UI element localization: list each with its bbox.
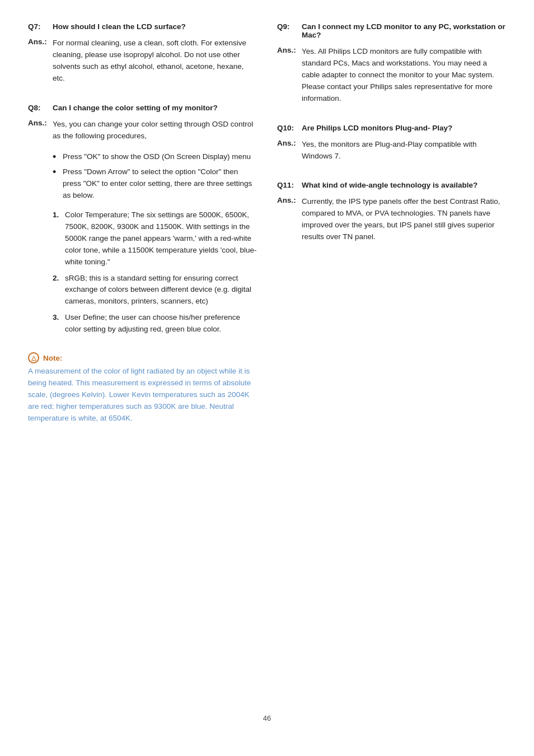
question-8: Q8: Can I change the color setting of my… bbox=[28, 104, 257, 112]
ans8-label: Ans.: bbox=[28, 119, 53, 127]
q8-text: Can I change the color setting of my mon… bbox=[53, 104, 218, 112]
q7-label: Q7: bbox=[28, 22, 49, 31]
note-header-text: Note: bbox=[43, 354, 63, 362]
num-label-1: 1. bbox=[53, 209, 65, 221]
ans7-text: For normal cleaning, use a clean, soft c… bbox=[53, 38, 257, 85]
answer-10: Ans.: Yes, the monitors are Plug-and-Pla… bbox=[277, 139, 506, 162]
bullet-item-1: • Press "OK" to show the OSD (On Screen … bbox=[53, 151, 257, 164]
num-label-3: 3. bbox=[53, 312, 65, 324]
answer-7: Ans.: For normal cleaning, use a clean, … bbox=[28, 38, 257, 85]
num-label-2: 2. bbox=[53, 273, 65, 284]
numbered-item-1: 1. Color Temperature; The six settings a… bbox=[53, 209, 257, 268]
note-header: △ Note: bbox=[28, 352, 257, 363]
question-7: Q7: How should I clean the LCD surface? bbox=[28, 22, 257, 31]
bullet-dot-1: • bbox=[53, 151, 63, 164]
q8-label: Q8: bbox=[28, 104, 49, 112]
bullet-text-1: Press "OK" to show the OSD (On Screen Di… bbox=[63, 151, 251, 163]
answer-9: Ans.: Yes. All Philips LCD monitors are … bbox=[277, 46, 506, 105]
numbered-list-8: 1. Color Temperature; The six settings a… bbox=[53, 209, 257, 340]
answer-11: Ans.: Currently, the IPS type panels off… bbox=[277, 196, 506, 243]
note-icon: △ bbox=[28, 352, 39, 363]
ans9-text: Yes. All Philips LCD monitors are fully … bbox=[302, 46, 506, 105]
ans8-intro: Yes, you can change your color setting t… bbox=[53, 119, 257, 142]
two-column-layout: Q7: How should I clean the LCD surface? … bbox=[28, 22, 506, 697]
question-11: Q11: What kind of wide-angle technology … bbox=[277, 181, 506, 189]
bullet-list-8: • Press "OK" to show the OSD (On Screen … bbox=[53, 151, 257, 205]
q11-label: Q11: bbox=[277, 181, 298, 189]
right-column: Q9: Can I connect my LCD monitor to any … bbox=[277, 22, 506, 697]
ans10-text: Yes, the monitors are Plug-and-Play comp… bbox=[302, 139, 506, 162]
page: Q7: How should I clean the LCD surface? … bbox=[0, 0, 534, 756]
answer-8-intro: Ans.: Yes, you can change your color set… bbox=[28, 119, 257, 142]
ans11-label: Ans.: bbox=[277, 196, 302, 204]
left-column: Q7: How should I clean the LCD surface? … bbox=[28, 22, 257, 697]
q11-text: What kind of wide-angle technology is av… bbox=[302, 181, 477, 189]
num-text-1: Color Temperature; The six settings are … bbox=[65, 209, 257, 268]
q10-text: Are Philips LCD monitors Plug-and- Play? bbox=[302, 124, 452, 132]
ans9-label: Ans.: bbox=[277, 46, 302, 54]
bullet-item-2: • Press "Down Arrow" to select the optio… bbox=[53, 166, 257, 202]
note-text: A measurement of the color of light radi… bbox=[28, 366, 257, 424]
num-text-3: User Define; the user can choose his/her… bbox=[65, 312, 257, 335]
q9-label: Q9: bbox=[277, 22, 298, 31]
ans7-label: Ans.: bbox=[28, 38, 53, 46]
q9-text: Can I connect my LCD monitor to any PC, … bbox=[302, 22, 506, 39]
bullet-text-2: Press "Down Arrow" to select the option … bbox=[63, 166, 257, 202]
question-10: Q10: Are Philips LCD monitors Plug-and- … bbox=[277, 124, 506, 132]
num-text-2: sRGB; this is a standard setting for ens… bbox=[65, 273, 257, 308]
note-block: △ Note: A measurement of the color of li… bbox=[28, 352, 257, 424]
ans11-text: Currently, the IPS type panels offer the… bbox=[302, 196, 506, 243]
q10-label: Q10: bbox=[277, 124, 298, 132]
q7-text: How should I clean the LCD surface? bbox=[53, 22, 186, 31]
page-number: 46 bbox=[28, 714, 506, 722]
ans10-label: Ans.: bbox=[277, 139, 302, 147]
bullet-dot-2: • bbox=[53, 166, 63, 179]
numbered-item-2: 2. sRGB; this is a standard setting for … bbox=[53, 273, 257, 308]
question-9: Q9: Can I connect my LCD monitor to any … bbox=[277, 22, 506, 39]
numbered-item-3: 3. User Define; the user can choose his/… bbox=[53, 312, 257, 335]
